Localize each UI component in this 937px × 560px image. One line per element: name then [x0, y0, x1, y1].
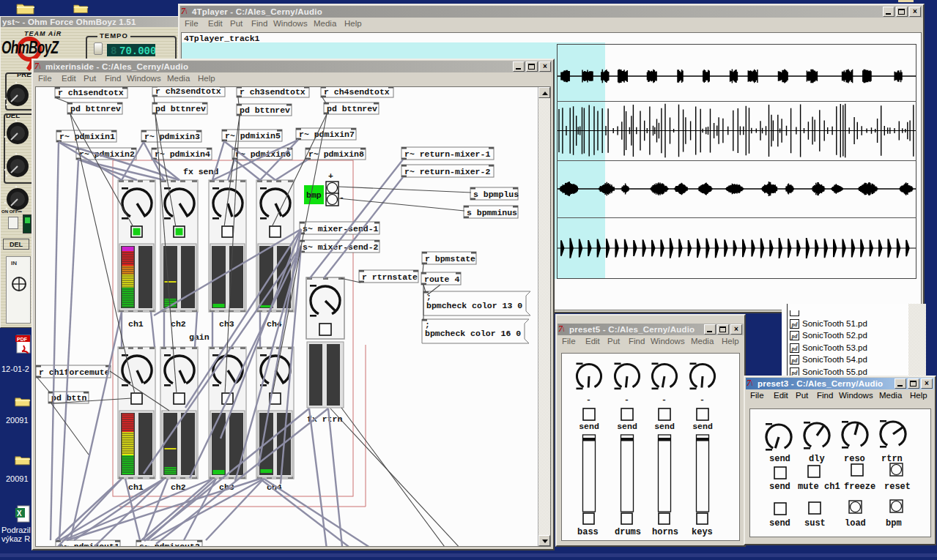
svg-text:ch1: ch1	[128, 482, 144, 492]
svg-text:bpmcheck color 13 0: bpmcheck color 13 0	[426, 301, 522, 310]
svg-text:PDF: PDF	[17, 337, 28, 342]
svg-text:r~ pdmixin5: r~ pdmixin5	[225, 131, 281, 141]
svg-text:bpm: bpm	[886, 518, 902, 529]
svg-text:dly: dly	[809, 454, 825, 464]
svg-text:reso: reso	[844, 454, 865, 464]
svg-text:gain: gain	[189, 332, 210, 342]
svg-text:r ch3sendtotx: r ch3sendtotx	[240, 87, 305, 97]
svg-text:ch2: ch2	[171, 319, 186, 329]
svg-text:sust: sust	[804, 518, 826, 529]
svg-text:pd bttnrev: pd bttnrev	[240, 105, 290, 115]
svg-text:r~ pdmixin8: r~ pdmixin8	[308, 149, 364, 159]
svg-text:r~ pdmixin1: r~ pdmixin1	[59, 132, 115, 141]
svg-text:send: send	[769, 482, 790, 492]
svg-text:r rtrnstate: r rtrnstate	[362, 272, 418, 282]
svg-text:r~ return-mixer-2: r~ return-mixer-2	[404, 167, 490, 176]
svg-text:s~ pdmixout2: s~ pdmixout2	[139, 542, 200, 548]
svg-text:send: send	[654, 422, 675, 431]
svg-text:route 4: route 4	[424, 275, 459, 284]
svg-text:send: send	[617, 422, 637, 431]
svg-text:r bpmstate: r bpmstate	[425, 254, 475, 264]
svg-text:-: -	[624, 395, 629, 404]
svg-text:pd bttnrev: pd bttnrev	[327, 104, 377, 113]
svg-text:reset: reset	[884, 482, 911, 492]
svg-text:load: load	[845, 518, 866, 529]
svg-text:-: -	[700, 395, 705, 404]
svg-text:r~ pdmixin7: r~ pdmixin7	[299, 130, 355, 139]
svg-text:-: -	[662, 395, 667, 404]
svg-text:pd bttn: pd bttn	[51, 393, 86, 403]
svg-text:r ch1forcemute: r ch1forcemute	[39, 367, 110, 377]
svg-text:s~ mixer-send-2: s~ mixer-send-2	[303, 242, 379, 252]
svg-text:s~ pdmixout1: s~ pdmixout1	[59, 542, 119, 548]
svg-text:X: X	[17, 509, 22, 518]
svg-text:-: -	[339, 193, 344, 202]
svg-text:send: send	[579, 422, 599, 431]
svg-text:bpmcheck color 16 0: bpmcheck color 16 0	[425, 329, 521, 338]
svg-text:s bpmplus: s bpmplus	[473, 190, 519, 199]
svg-text:send: send	[769, 454, 790, 464]
svg-text:horns: horns	[652, 527, 678, 537]
svg-text:pd bttnrev: pd bttnrev	[70, 104, 121, 113]
svg-text:+: +	[328, 171, 333, 181]
svg-text:r ch4sendtotx: r ch4sendtotx	[324, 87, 390, 97]
svg-text:bass: bass	[577, 527, 599, 537]
svg-text:mute ch1: mute ch1	[798, 482, 840, 492]
svg-text:drums: drums	[615, 527, 641, 537]
svg-text:pd bttnrev: pd bttnrev	[155, 104, 206, 113]
svg-text:send: send	[692, 422, 713, 431]
svg-text:r ch1sendtotx: r ch1sendtotx	[58, 88, 124, 97]
svg-text:-: -	[586, 395, 591, 404]
svg-text:r ch2sendtotx: r ch2sendtotx	[155, 87, 221, 96]
svg-text:freeze: freeze	[844, 482, 875, 492]
svg-text:r~ pdmixin3: r~ pdmixin3	[144, 132, 200, 141]
svg-text:bmp: bmp	[306, 190, 322, 200]
svg-text:ch1: ch1	[128, 319, 144, 329]
svg-text:s~ mixer-send-1: s~ mixer-send-1	[303, 224, 379, 234]
svg-text:keys: keys	[692, 527, 713, 537]
svg-text:s bpmminus: s bpmminus	[467, 208, 517, 217]
svg-text:rtrn: rtrn	[881, 454, 903, 464]
svg-text:r~ return-mixer-1: r~ return-mixer-1	[404, 149, 490, 159]
svg-text:4Tplayer_track1: 4Tplayer_track1	[184, 34, 260, 43]
svg-text:send: send	[769, 518, 790, 529]
svg-text:ch3: ch3	[219, 319, 234, 329]
